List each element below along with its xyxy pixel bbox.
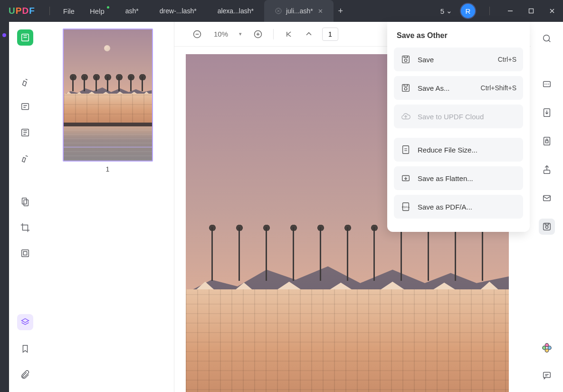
svg-rect-20 <box>545 223 548 225</box>
window-count[interactable]: 5 ⌄ <box>440 7 452 15</box>
tab-3[interactable]: alexa...lash* <box>207 0 264 22</box>
menu-item-label: Reduce File Size... <box>418 146 477 154</box>
menu-item-save-cloud[interactable]: Save to UPDF Cloud <box>394 105 523 128</box>
page-number-input[interactable] <box>322 28 338 41</box>
pdfa-icon: PDF/A <box>401 201 411 212</box>
menu-item-shortcut: Ctrl+S <box>498 56 516 63</box>
title-right-controls: 5 ⌄ R <box>440 0 558 22</box>
menu-item-save-pdfa[interactable]: PDF/A Save as PDF/A... <box>394 195 523 219</box>
save-as-other-panel: Save as Other Save Ctrl+S Save As... Ctr… <box>387 22 530 232</box>
zoom-in-button[interactable] <box>251 28 265 41</box>
svg-rect-32 <box>403 146 409 154</box>
separator <box>49 7 50 15</box>
save-icon <box>401 54 411 65</box>
window-close-button[interactable] <box>546 5 558 17</box>
svg-rect-6 <box>24 200 28 206</box>
menu-item-label: Save as Flatten... <box>418 174 473 182</box>
flatten-icon <box>401 173 411 183</box>
layers-button[interactable] <box>17 314 33 330</box>
redact-tool-button[interactable] <box>17 245 33 261</box>
cloud-upload-icon <box>401 111 411 122</box>
search-button[interactable] <box>539 30 555 47</box>
menu-item-shortcut: Ctrl+Shift+S <box>481 84 516 92</box>
menu-item-save[interactable]: Save Ctrl+S <box>394 48 523 71</box>
svg-rect-15 <box>545 141 548 143</box>
user-avatar[interactable]: R <box>461 4 475 18</box>
ocr-button[interactable] <box>539 76 555 92</box>
svg-rect-8 <box>23 251 27 255</box>
tab-2[interactable]: drew-...lash* <box>149 0 207 22</box>
svg-point-19 <box>545 226 548 229</box>
menu-item-reduce-size[interactable]: Reduce File Size... <box>394 138 523 162</box>
first-page-button[interactable] <box>282 28 296 41</box>
save-as-icon <box>401 83 411 93</box>
highlight-tool-button[interactable] <box>17 73 33 89</box>
edit-text-tool-button[interactable] <box>17 124 33 141</box>
bookmark-button[interactable] <box>17 341 33 357</box>
window-maximize-button[interactable] <box>525 5 537 17</box>
menu-help[interactable]: Help <box>82 7 112 15</box>
crop-tool-button[interactable] <box>17 220 33 236</box>
share-button[interactable] <box>539 162 555 178</box>
menu-item-label: Save to UPDF Cloud <box>418 113 484 121</box>
tab-label: drew-...lash* <box>160 7 197 15</box>
close-tab-icon[interactable]: ✕ <box>318 8 323 15</box>
svg-rect-16 <box>544 170 550 173</box>
attachment-button[interactable] <box>17 367 33 383</box>
tab-label: juli...ash* <box>286 7 313 15</box>
thumbnail-page-number: 1 <box>63 165 153 173</box>
zoom-dropdown-icon[interactable]: ▾ <box>239 31 242 37</box>
fill-sign-tool-button[interactable] <box>17 150 33 166</box>
compress-icon <box>401 144 411 155</box>
panel-title: Save as Other <box>397 31 520 40</box>
svg-point-31 <box>404 87 407 90</box>
tab-1[interactable]: ash* <box>115 0 149 22</box>
prev-page-button[interactable] <box>302 28 315 41</box>
svg-rect-18 <box>544 223 551 230</box>
menu-item-label: Save as PDF/A... <box>418 203 472 211</box>
window-minimize-button[interactable] <box>504 5 516 17</box>
zoom-out-button[interactable] <box>191 28 204 41</box>
svg-rect-7 <box>22 250 29 257</box>
convert-button[interactable] <box>539 105 555 121</box>
svg-rect-14 <box>544 137 550 145</box>
svg-point-25 <box>545 346 548 349</box>
svg-rect-5 <box>22 198 27 204</box>
title-bar: UPDF File Help ash* drew-...lash* alexa.… <box>0 0 563 22</box>
svg-point-28 <box>404 59 407 61</box>
left-rail <box>9 22 41 392</box>
protect-button[interactable] <box>539 133 555 149</box>
menu-item-save-flatten[interactable]: Save as Flatten... <box>394 166 523 190</box>
tab-label: alexa...lash* <box>218 7 254 15</box>
thumbnails-panel: 1 <box>41 22 174 392</box>
ai-assistant-button[interactable] <box>539 340 555 356</box>
unsaved-icon <box>275 7 282 15</box>
add-tab-button[interactable]: + <box>334 6 348 16</box>
comments-list-button[interactable] <box>539 367 555 383</box>
page-tools-button[interactable] <box>17 194 33 210</box>
save-as-other-button[interactable] <box>539 219 555 235</box>
accent-dot-icon <box>2 33 6 37</box>
svg-rect-17 <box>544 196 551 201</box>
app-logo: UPDF <box>9 6 35 16</box>
tab-4-active[interactable]: juli...ash* ✕ <box>264 0 334 22</box>
tab-label: ash* <box>125 7 139 15</box>
page-thumbnail-1[interactable] <box>63 29 153 162</box>
menu-item-label: Save <box>418 56 434 64</box>
menu-file[interactable]: File <box>56 7 82 15</box>
menu-item-label: Save As... <box>418 84 450 92</box>
chevron-down-icon: ⌄ <box>446 7 452 15</box>
right-rail <box>531 22 563 392</box>
reader-mode-button[interactable] <box>17 29 33 46</box>
svg-rect-29 <box>404 56 407 58</box>
zoom-level[interactable]: 10% <box>210 30 231 38</box>
separator <box>489 7 490 15</box>
svg-rect-3 <box>22 104 29 110</box>
svg-rect-26 <box>544 373 551 378</box>
window-count-value: 5 <box>440 7 444 15</box>
menu-item-save-as[interactable]: Save As... Ctrl+Shift+S <box>394 76 523 100</box>
comment-tool-button[interactable] <box>17 99 33 115</box>
email-button[interactable] <box>539 190 555 206</box>
svg-point-11 <box>544 35 550 41</box>
document-tabs: ash* drew-...lash* alexa...lash* juli...… <box>115 0 348 22</box>
